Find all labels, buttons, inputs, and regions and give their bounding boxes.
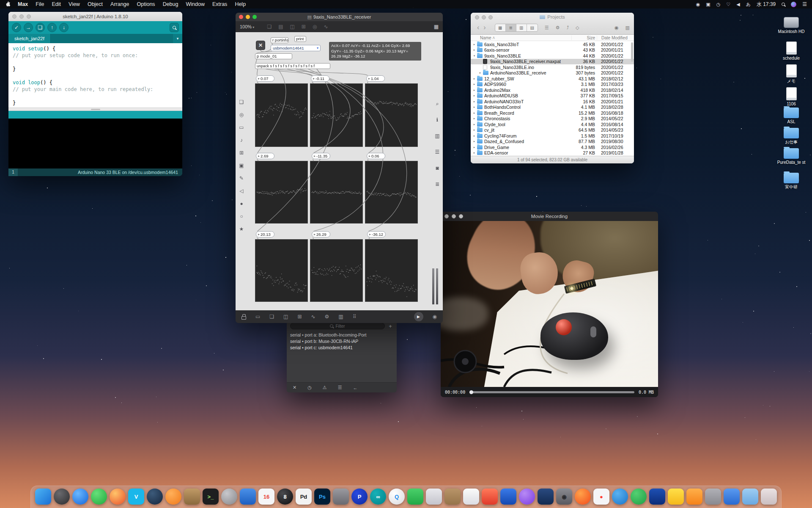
disclosure-triangle-icon[interactable]: ▸ <box>472 43 476 46</box>
new-object-icon[interactable]: ▭ <box>255 314 260 320</box>
disclosure-triangle-icon[interactable]: ▸ <box>472 100 476 103</box>
subpatcher-box[interactable]: p mode_01 <box>255 53 292 59</box>
desktop-icon[interactable]: 1106 <box>775 87 808 107</box>
grid-snap-icon[interactable]: ⊞ <box>302 24 306 30</box>
dock-downloads-folder[interactable] <box>742 489 758 505</box>
tags-icon[interactable]: ◇ <box>576 25 579 30</box>
console-message-row[interactable]: serial • port a: Bluetooth-Incoming-Port <box>287 332 397 338</box>
annotate-tool-icon[interactable]: ✎ <box>239 175 244 181</box>
input-source-icon[interactable]: あ <box>746 1 751 8</box>
lock-icon[interactable] <box>241 316 246 320</box>
EDA-sensor[interactable]: ▸ EDA-sensor 27 KB 2019/01/28 <box>471 150 634 156</box>
menu-item[interactable]: Options <box>137 1 155 7</box>
mixer-icon[interactable]: ≣ <box>435 181 439 187</box>
dock-finder[interactable] <box>35 489 51 505</box>
new-message-icon[interactable]: ◫ <box>283 314 288 320</box>
matrix-tool-icon[interactable]: ⊞ <box>239 150 244 156</box>
dock-app-blue-circle[interactable] <box>72 489 88 505</box>
console-filter-field[interactable]: Filter <box>290 323 385 329</box>
Clyde_tool[interactable]: ▸ Clyde_tool 4.4 MB 2016/08/14 <box>471 121 634 127</box>
snapshot-icon[interactable]: ◙ <box>436 165 439 171</box>
action-icon[interactable]: ⚙ <box>556 25 560 30</box>
column-header-date[interactable]: Date Modified <box>597 36 634 40</box>
dock-app-green-circle-2[interactable] <box>631 489 647 505</box>
presentation-icon[interactable]: ▤ <box>278 24 283 30</box>
dock-photoshop[interactable]: Ps <box>314 489 330 505</box>
dock-app-blue-square[interactable] <box>240 489 256 505</box>
heart-icon[interactable]: ♡ <box>726 2 730 7</box>
9axis_Nano33BLE.ino[interactable]: 9axis_Nano33BLE.ino 819 bytes 2020/01/22 <box>471 64 634 70</box>
menu-item[interactable]: Window <box>186 1 204 7</box>
6axis-sensor[interactable]: ▸ 6axis-sensor 43 KB 2020/01/21 <box>471 47 634 53</box>
disclosure-triangle-icon[interactable]: ▸ <box>472 94 476 97</box>
number-box-acy[interactable]: -0.11 <box>311 75 329 82</box>
open-button[interactable]: ↑ <box>47 23 57 32</box>
9axis_Nano33BLE_receiver.maxpat[interactable]: 9axis_Nano33BLE_receiver.maxpat 36 KB 20… <box>471 59 634 65</box>
number-box-acx[interactable]: 0.07 <box>256 75 274 82</box>
finder-titlebar[interactable]: Projects ‹ › ▦≣▥▤ ☰⚙⤴◇◉▥ <box>471 13 634 35</box>
column-view-icon[interactable]: ▥ <box>516 24 527 31</box>
menu-item[interactable]: File <box>36 1 44 7</box>
more-icon[interactable]: ⠿ <box>353 314 357 320</box>
disclosure-triangle-icon[interactable]: ▸ <box>472 117 476 120</box>
progress-slider[interactable] <box>469 391 634 393</box>
dock-app-blue-square-3[interactable] <box>724 489 740 505</box>
sidebar-toggle-icon[interactable]: ▥ <box>625 25 630 30</box>
number-box-gyz[interactable]: 0.06 <box>367 153 385 159</box>
list-view-icon[interactable]: ≣ <box>506 24 516 31</box>
display-icon[interactable]: ▣ <box>706 2 710 7</box>
12_rubber_SW[interactable]: ▸ 12_rubber_SW 43.1 MB 2018/02/12 <box>471 76 634 82</box>
disclosure-triangle-icon[interactable]: ▸ <box>472 134 476 138</box>
meter-icon[interactable]: ▥ <box>338 314 343 320</box>
dock-app-light-square[interactable] <box>426 489 442 505</box>
dock-quicktime[interactable]: Q <box>389 489 405 505</box>
number-box-acz[interactable]: 1.04 <box>366 75 385 82</box>
unpack-object-box[interactable]: unpack s f s f s f s f s f s f s f s f s… <box>255 63 330 69</box>
disclosure-triangle-icon[interactable]: ▸ <box>472 151 476 155</box>
zoom-tool-icon[interactable]: ⌕ <box>436 101 439 107</box>
media-tool-icon[interactable]: ▣ <box>239 163 244 168</box>
speaker-tool-icon[interactable]: ◁ <box>239 188 243 194</box>
new-sketch-button[interactable]: ❏ <box>36 23 45 32</box>
share-icon[interactable]: ⤴ <box>566 25 569 30</box>
ADPS9960[interactable]: ▸ ADPS9960 3.1 MB 2017/03/23 <box>471 82 634 88</box>
disclosure-triangle-icon[interactable]: ▸ <box>472 83 476 86</box>
menu-item[interactable]: Arrange <box>110 1 129 7</box>
zoom-control[interactable]: 100% <box>240 24 254 29</box>
dock-app-flame-circle[interactable] <box>575 489 591 505</box>
dock-app-camera[interactable]: ◉ <box>556 489 572 505</box>
spotlight-icon[interactable] <box>782 3 785 6</box>
disclosure-triangle-icon[interactable]: ▸ <box>472 140 476 143</box>
dock-app-violet-circle[interactable] <box>519 489 535 505</box>
desktop-icon[interactable]: ASL <box>775 108 808 124</box>
disclosure-triangle-icon[interactable]: ▸ <box>472 48 476 52</box>
dock-app-blue-square-2[interactable] <box>500 489 516 505</box>
sketch-tab[interactable]: sketch_jan22f <box>8 34 51 43</box>
dock-app-grey-circle[interactable] <box>221 489 237 505</box>
volume-icon[interactable]: ◀ <box>736 2 740 7</box>
back-icon[interactable]: ← <box>353 385 358 390</box>
favorites-tool-icon[interactable]: ★ <box>239 226 244 232</box>
patch-view-icon[interactable]: ❏ <box>267 24 272 30</box>
ArduinoNano33BLE_receive[interactable]: ▸ ArduinoNano33BLE_receive 307 bytes 202… <box>471 70 634 76</box>
dock-app-red-square[interactable] <box>482 489 498 505</box>
circle-tool-icon[interactable]: ○ <box>240 213 243 219</box>
siri-icon[interactable] <box>791 2 796 7</box>
dock-app-white-square[interactable] <box>463 489 479 505</box>
6axis_Nano33IoT[interactable]: ▸ 6axis_Nano33IoT 45 KB 2020/01/22 <box>471 41 634 47</box>
desktop-icon[interactable]: schedule <box>775 41 808 61</box>
dock-app-brown-box[interactable] <box>184 489 200 505</box>
movie-titlebar[interactable]: Movie Recording <box>441 212 658 221</box>
number-box-mgy[interactable]: 26.29 <box>312 231 330 237</box>
menu-item[interactable]: Help <box>235 1 246 7</box>
slider-knob[interactable] <box>469 390 473 394</box>
toggle-x-box[interactable]: ✕ <box>256 41 265 50</box>
Arduino2Max[interactable]: ▸ Arduino2Max 418 KB 2018/02/14 <box>471 87 634 93</box>
number-box-gyy[interactable]: -11.35 <box>312 153 330 159</box>
rows-icon[interactable]: ☰ <box>338 385 342 390</box>
menu-item[interactable]: View <box>69 1 80 7</box>
patcher-canvas[interactable]: ❑◎▭♪⊞▣✎◁●○★ ⌕ℹ▥☰◙≣ <box>236 32 443 310</box>
dock-app-green-circle[interactable] <box>91 489 107 505</box>
Drive_Game[interactable]: ▸ Drive_Game 4.3 MB 2016/02/26 <box>471 144 634 150</box>
disclosure-triangle-icon[interactable]: ▸ <box>472 77 476 80</box>
